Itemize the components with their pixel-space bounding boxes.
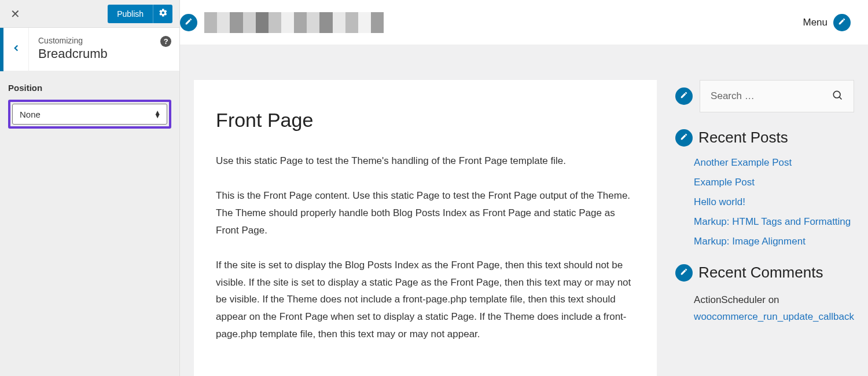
publish-actions: Publish <box>108 5 172 23</box>
comment-link[interactable]: woocommerce_run_update_callback <box>694 311 854 322</box>
panel-header: Customizing Breadcrumb ? <box>29 28 179 71</box>
search-widget: Search … <box>675 80 854 112</box>
post-link[interactable]: Markup: Image Alignment <box>694 236 806 247</box>
edit-logo-button[interactable] <box>180 14 197 31</box>
edit-recent-posts-button[interactable] <box>675 129 693 147</box>
position-label: Position <box>8 83 171 93</box>
publish-button[interactable]: Publish <box>108 5 153 23</box>
sidebar-widgets: Search … Recent Posts Another E <box>675 80 854 376</box>
chevron-left-icon <box>11 43 21 56</box>
search-input[interactable]: Search … <box>700 80 854 112</box>
position-select-highlight: None ▲▼ <box>8 100 171 129</box>
post-link[interactable]: Markup: HTML Tags and Formatting <box>694 216 851 227</box>
customizing-label: Customizing <box>38 36 170 45</box>
pencil-icon <box>680 268 688 278</box>
recent-posts-widget: Recent Posts Another Example Post Exampl… <box>675 129 854 247</box>
page-content: Front Page Use this static Page to test … <box>194 80 657 376</box>
comment-author: ActionScheduler on <box>694 294 779 305</box>
sidebar-topbar: ✕ Publish <box>0 0 179 28</box>
edit-menu-button[interactable] <box>833 14 851 31</box>
post-link[interactable]: Hello world! <box>694 196 745 207</box>
recent-comments-title: Recent Comments <box>698 264 823 282</box>
list-item: Hello world! <box>694 196 854 208</box>
logo-area <box>180 12 384 33</box>
site-preview: Menu Front Page Use this static Page to … <box>180 0 868 376</box>
edit-recent-comments-button[interactable] <box>675 264 693 282</box>
back-button[interactable] <box>3 28 29 71</box>
post-link[interactable]: Example Post <box>694 177 755 188</box>
publish-settings-button[interactable] <box>153 5 172 23</box>
search-icon <box>832 89 843 103</box>
panel-header-row: Customizing Breadcrumb ? <box>0 28 179 71</box>
menu-toggle[interactable]: Menu <box>803 17 827 28</box>
edit-search-button[interactable] <box>675 87 693 105</box>
svg-point-0 <box>833 91 840 98</box>
position-select-value: None <box>20 109 41 119</box>
recent-posts-list: Another Example Post Example Post Hello … <box>675 147 854 247</box>
search-placeholder: Search … <box>711 90 755 102</box>
pencil-icon <box>680 91 688 101</box>
recent-comments-widget: Recent Comments ActionScheduler on wooco… <box>675 264 854 326</box>
list-item: Example Post <box>694 177 854 188</box>
post-link[interactable]: Another Example Post <box>694 157 792 168</box>
page-paragraph: This is the Front Page content. Use this… <box>216 187 635 239</box>
panel-body: Position None ▲▼ <box>0 71 179 140</box>
page-paragraph: If the site is set to display the Blog P… <box>216 257 635 344</box>
position-select[interactable]: None ▲▼ <box>12 104 167 125</box>
section-title: Breadcrumb <box>38 46 170 61</box>
page-paragraph: Use this static Page to test the Theme's… <box>216 152 635 170</box>
svg-line-1 <box>840 97 842 100</box>
pencil-icon <box>185 17 193 28</box>
close-icon[interactable]: ✕ <box>7 7 24 21</box>
gear-icon <box>159 8 168 19</box>
list-item: Markup: HTML Tags and Formatting <box>694 216 854 228</box>
preview-header: Menu <box>180 0 868 45</box>
comment-item: ActionScheduler on woocommerce_run_updat… <box>675 282 854 326</box>
menu-area: Menu <box>803 14 851 31</box>
pencil-icon <box>680 133 688 143</box>
pencil-icon <box>838 17 846 28</box>
preview-body: Front Page Use this static Page to test … <box>180 45 868 376</box>
list-item: Another Example Post <box>694 157 854 169</box>
customizer-sidebar: ✕ Publish Customizing Breadcrumb <box>0 0 180 376</box>
select-caret-icon: ▲▼ <box>154 111 161 118</box>
site-logo-redacted <box>204 12 384 33</box>
page-title: Front Page <box>216 109 635 132</box>
help-icon[interactable]: ? <box>160 36 171 47</box>
list-item: Markup: Image Alignment <box>694 236 854 247</box>
recent-posts-title: Recent Posts <box>698 129 788 147</box>
